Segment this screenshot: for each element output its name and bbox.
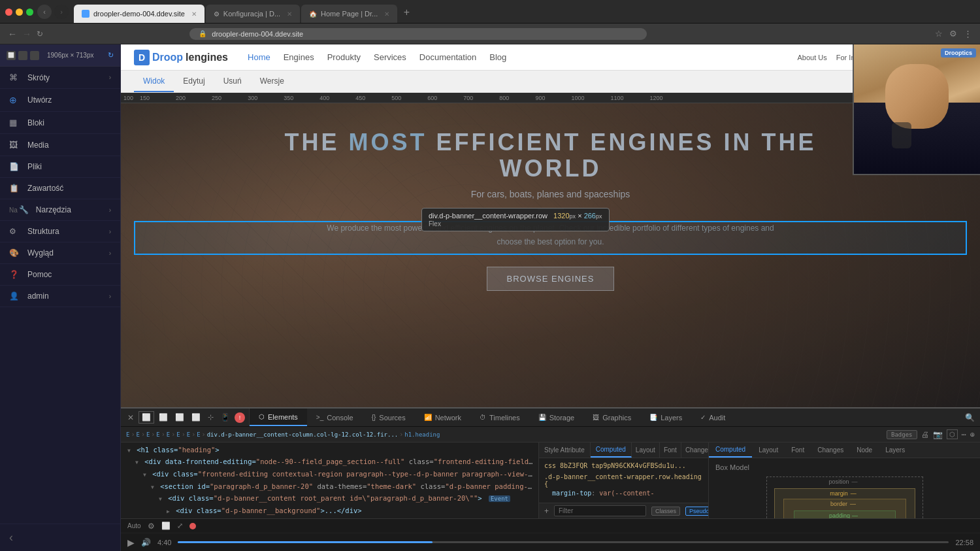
sidebar-item-pomoc[interactable]: ❓ Pomoc — [0, 264, 120, 286]
mute-btn[interactable]: 🔊 — [141, 538, 151, 547]
video-progress-bar[interactable] — [178, 541, 949, 543]
dock-btn1[interactable]: ⬜ — [139, 411, 154, 424]
dom-line-2[interactable]: ▼ <div data-frontend-editing="node--90--… — [121, 456, 538, 467]
bc-e8[interactable]: E — [197, 431, 200, 438]
sidebar-item-struktura[interactable]: ⚙ Struktura › — [0, 221, 120, 242]
dock-btn2[interactable]: ⬜ — [156, 412, 171, 423]
bc-selected[interactable]: div.d-p-banner__content-column.col-lg-12… — [207, 431, 399, 438]
dt-detach-icon[interactable]: ⤢ — [177, 522, 183, 530]
tab-timelines[interactable]: ⏱ Timelines — [470, 409, 529, 426]
nav-home[interactable]: Home — [248, 52, 270, 62]
sidebar-item-admin[interactable]: 👤 admin › — [0, 286, 120, 307]
tab-audit[interactable]: ✓ Audit — [691, 409, 734, 426]
more-btn[interactable]: ⋯ — [962, 430, 966, 439]
tab-layers[interactable]: 📑 Layers — [640, 409, 691, 426]
computed-sub-tab-layout[interactable]: Layout — [752, 442, 785, 458]
nav-produkty[interactable]: Produkty — [327, 52, 361, 62]
nav-back[interactable]: ← — [8, 29, 17, 39]
tab-console[interactable]: >_ Console — [307, 409, 363, 426]
dock-btn3[interactable]: ⬜ — [172, 412, 187, 423]
dt-settings-icon[interactable]: ⚙ — [148, 522, 155, 531]
address-bar[interactable]: 🔒 droopler-demo-004.ddev.site — [189, 28, 647, 40]
play-btn[interactable]: ▶ — [127, 537, 135, 548]
dom-line-3[interactable]: ▼ <div class="frontend-editing contextua… — [121, 468, 538, 480]
nav-engines[interactable]: Engines — [284, 52, 314, 62]
nav-refresh[interactable]: ↻ — [37, 29, 43, 39]
dt-dock-icon[interactable]: ⬜ — [161, 522, 171, 530]
target-icon[interactable]: ⊕ — [970, 430, 975, 439]
classes-btn[interactable]: Classes — [651, 507, 680, 516]
narzedzia-chevron: › — [109, 207, 111, 214]
sidebar-item-wyglad[interactable]: 🎨 Wygląd › — [0, 242, 120, 264]
bc-h1[interactable]: h1.heading — [404, 431, 440, 438]
sub-tab-style-attr[interactable]: Style Attribute — [539, 442, 591, 458]
close-devtools-btn[interactable]: ✕ — [125, 412, 137, 424]
bc-e7[interactable]: E — [187, 431, 190, 438]
bc-e5[interactable]: E — [167, 431, 170, 438]
browser-tab-drooper[interactable]: droopler-demo-004.ddev.site ✕ — [74, 5, 204, 23]
nav-blog[interactable]: Blog — [489, 52, 506, 62]
sidebar-item-bloki[interactable]: ▦ Bloki — [0, 112, 120, 134]
print-btn[interactable]: 🖨 — [921, 430, 929, 439]
dock-btn4[interactable]: ⬜ — [189, 412, 203, 423]
bc-e6[interactable]: E — [176, 431, 180, 438]
sub-tab-computed[interactable]: Computed — [591, 442, 632, 458]
sub-tab-font[interactable]: Font — [660, 442, 681, 458]
tab-storage[interactable]: 💾 Storage — [529, 409, 584, 426]
tab-wersje[interactable]: Wersje — [251, 71, 293, 92]
menu-btn[interactable]: ⋮ — [964, 29, 972, 39]
sub-tab-layout[interactable]: Layout — [632, 442, 660, 458]
flex-icon[interactable]: ⬡ — [947, 429, 958, 439]
tab-sources[interactable]: {} Sources — [363, 409, 415, 426]
pseudo-btn[interactable]: Pseudo — [685, 507, 709, 516]
screenshot-btn[interactable]: 📷 — [933, 430, 943, 439]
new-tab-btn[interactable]: + — [399, 5, 414, 20]
refresh-icon[interactable]: ↻ — [108, 51, 114, 59]
browser-tab-konfiguracja[interactable]: ⚙ Konfiguracja | D... ✕ — [206, 5, 300, 23]
bc-e3[interactable]: E — [146, 431, 150, 438]
tab-usun[interactable]: Usuń — [214, 71, 251, 92]
sidebar-item-skroty[interactable]: ⌘ Skróty › — [0, 67, 120, 89]
element-picker-btn[interactable]: ⊹ — [205, 412, 216, 423]
bookmark-btn[interactable]: ☆ — [935, 29, 943, 39]
sidebar-item-pliki[interactable]: 📄 Pliki — [0, 156, 120, 178]
dom-line-4[interactable]: ▼ <section id="paragraph-d_p_banner-20" … — [121, 480, 538, 492]
sidebar-item-media[interactable]: 🖼 Media — [0, 134, 120, 156]
tab-graphics[interactable]: 🖼 Graphics — [583, 409, 640, 426]
browse-engines-btn[interactable]: Browse engines — [487, 267, 615, 291]
sidebar-item-narzedzia[interactable]: Na 🔧 Narzędzia › — [0, 199, 120, 221]
computed-sub-tab-layers[interactable]: Layers — [879, 442, 911, 458]
tab-network[interactable]: 📶 Network — [415, 409, 470, 426]
bc-e1[interactable]: E — [126, 431, 129, 438]
computed-sub-tab-font[interactable]: Font — [785, 442, 811, 458]
add-filter-icon[interactable]: + — [544, 507, 549, 516]
computed-sub-tab-computed[interactable]: Computed — [709, 442, 752, 458]
nav-services[interactable]: Services — [374, 52, 406, 62]
tab-elements[interactable]: ⬡ Elements — [250, 409, 307, 426]
about-us-link[interactable]: About Us — [798, 54, 827, 61]
forward-btn[interactable]: › — [54, 5, 69, 19]
devtools-search-btn[interactable]: 🔍 — [960, 409, 980, 426]
dom-line-5[interactable]: ▼ <div class="d-p-banner__content root_p… — [121, 492, 538, 505]
tab-widok[interactable]: Widok — [134, 71, 174, 92]
computed-panel: Computed Layout Font Changes — [709, 442, 980, 518]
nav-forward[interactable]: → — [22, 29, 31, 39]
badges-btn[interactable]: Badges — [887, 430, 917, 439]
browser-tab-homepage[interactable]: 🏠 Home Page | Dr... ✕ — [301, 5, 397, 23]
bc-e4[interactable]: E — [156, 431, 159, 438]
filter-input[interactable] — [554, 505, 646, 516]
extensions-btn[interactable]: ⚙ — [949, 29, 957, 39]
computed-sub-tab-changes[interactable]: Changes — [811, 442, 850, 458]
sidebar-item-utworz[interactable]: ⊕ Utwórz — [0, 89, 120, 112]
bc-e2[interactable]: E — [136, 431, 139, 438]
dom-line-6[interactable]: ▶ <div class="d-p-banner__background">..… — [121, 505, 538, 516]
sidebar-item-zawartosc[interactable]: 📋 Zawartość — [0, 178, 120, 199]
computed-sub-tab-node[interactable]: Node — [850, 442, 879, 458]
sidebar-collapse-btn[interactable]: ‹ — [0, 524, 120, 551]
tab-edytuj[interactable]: Edytuj — [174, 71, 214, 92]
dom-line-1[interactable]: ▼ <h1 class="heading"> — [121, 444, 538, 456]
back-btn[interactable]: ‹ — [37, 5, 52, 19]
responsive-btn[interactable]: 📱 — [218, 412, 233, 423]
sub-tab-changes[interactable]: Changes — [681, 442, 708, 458]
nav-documentation[interactable]: Documentation — [419, 52, 476, 62]
